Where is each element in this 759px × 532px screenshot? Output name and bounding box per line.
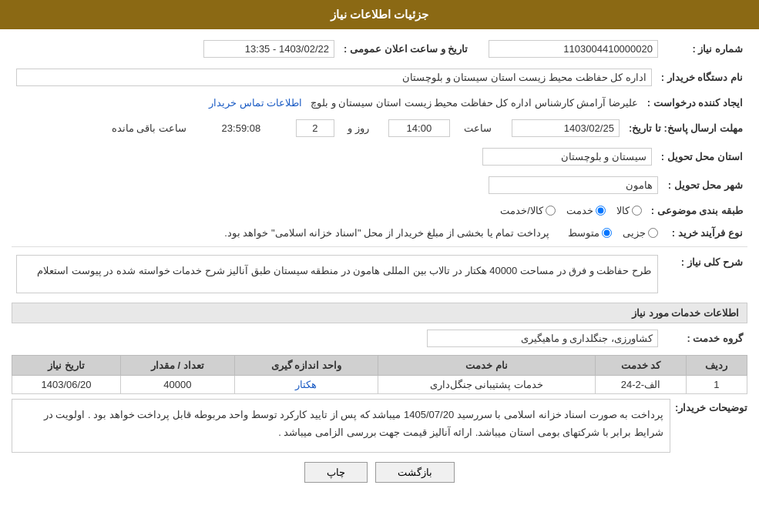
province-label: استان محل تحویل :: [657, 145, 747, 169]
row-service-name: خدمات پشتیبانی جنگل‌داری: [378, 376, 595, 394]
category-row: طبقه بندی موضوعی : کالا خدمت: [12, 202, 747, 219]
response-days-label: روز و: [339, 116, 378, 140]
print-button[interactable]: چاپ: [304, 462, 368, 483]
category-kala-khadamat-label: کالا/خدمت: [500, 205, 543, 216]
city-label: شهر محل تحویل :: [663, 173, 747, 197]
col-code: کد خدمت: [595, 356, 686, 376]
main-content: شماره نیاز : 1103004410000020 تاریخ و سا…: [0, 29, 759, 497]
response-time-label: ساعت: [455, 116, 501, 140]
creator-value: علیرضا آرامش کارشناس اداره کل حفاظت محیط…: [311, 97, 638, 109]
process-radio-group: جزیی متوسط پرداخت تمام یا بخشی از مبلغ خ…: [16, 227, 658, 239]
process-row: نوع فرآیند خرید : جزیی متوسط پرداخت تمام…: [12, 224, 747, 242]
city-row: شهر محل تحویل : هامون: [12, 173, 747, 197]
date-value: 1403/02/22 - 13:35: [203, 40, 334, 58]
radio-motavasset[interactable]: متوسط: [568, 227, 612, 239]
row-unit: هکتار: [234, 376, 378, 394]
radio-kala[interactable]: کالا: [616, 205, 642, 216]
row-number: 1: [686, 376, 747, 394]
need-number-label: شماره نیاز :: [663, 37, 747, 61]
col-unit: واحد اندازه گیری: [234, 356, 378, 376]
process-desc: پرداخت تمام یا بخشی از مبلغ خریدار از مح…: [224, 227, 549, 239]
purchaser-label: نام دستگاه خریدار :: [657, 65, 747, 89]
action-buttons: بازگشت چاپ: [12, 462, 747, 483]
buyer-note-label: توضیحات خریدار:: [675, 399, 747, 413]
need-number-value: 1103004410000020: [489, 40, 658, 58]
page-title: جزئیات اطلاعات نیاز: [331, 8, 428, 21]
table-row: 1 الف-2-24 خدمات پشتیبانی جنگل‌داری هکتا…: [12, 376, 747, 394]
buyer-note-section: توضیحات خریدار: پرداخت به صورت اسناد خزا…: [12, 399, 747, 453]
city-value: هامون: [489, 176, 658, 194]
col-name: نام خدمت: [378, 356, 595, 376]
purchaser-value: اداره کل حفاظت محیط زیست استان سیستان و …: [16, 69, 652, 86]
service-group-value: کشاورزی، جنگلداری و ماهیگیری: [427, 330, 658, 347]
process-motavasset-label: متوسط: [568, 227, 599, 239]
description-row: شرح کلی نیاز : طرح حفاظت و فرق در مساحت …: [12, 252, 747, 296]
category-radio-group: کالا خدمت کالا/خدمت: [16, 205, 642, 216]
category-khadamat-label: خدمت: [566, 205, 593, 216]
purchaser-row: نام دستگاه خریدار : اداره کل حفاظت محیط …: [12, 65, 747, 89]
radio-kala-khadamat[interactable]: کالا/خدمت: [500, 205, 556, 216]
service-group-label: گروه خدمت :: [663, 326, 747, 350]
category-kala-label: کالا: [616, 205, 630, 216]
response-days-value: 2: [296, 119, 334, 137]
creator-row: ایجاد کننده درخواست : علیرضا آرامش کارشن…: [12, 94, 747, 112]
response-date-label: مهلت ارسال پاسخ: تا تاریخ:: [624, 116, 747, 140]
row-qty: 40000: [121, 376, 235, 394]
process-jozvi-label: جزیی: [623, 227, 646, 239]
response-date-value: 1403/02/25: [512, 119, 620, 137]
services-section-title: اطلاعات خدمات مورد نیاز: [12, 303, 747, 323]
col-date: تاریخ نیاز: [12, 356, 121, 376]
need-number-row: شماره نیاز : 1103004410000020 تاریخ و سا…: [12, 37, 747, 61]
creator-label: ایجاد کننده درخواست :: [643, 94, 747, 112]
response-date-row: مهلت ارسال پاسخ: تا تاریخ: 1403/02/25 سا…: [12, 116, 747, 140]
col-qty: تعداد / مقدار: [121, 356, 235, 376]
radio-khadamat[interactable]: خدمت: [566, 205, 606, 216]
category-label: طبقه بندی موضوعی :: [646, 202, 747, 219]
row-code: الف-2-24: [595, 376, 686, 394]
province-value: سیستان و بلوچستان: [482, 148, 652, 166]
response-time-value: 14:00: [388, 119, 450, 137]
page-container: جزئیات اطلاعات نیاز شماره نیاز : 1103004…: [0, 0, 759, 532]
buyer-note-text: پرداخت به صورت اسناد خزانه اسلامی با سرر…: [12, 399, 670, 453]
services-table: ردیف کد خدمت نام خدمت واحد اندازه گیری ت…: [12, 355, 747, 394]
description-text: طرح حفاظت و فرق در مساحت 40000 هکتار در …: [16, 255, 658, 293]
service-group-row: گروه خدمت : کشاورزی، جنگلداری و ماهیگیری: [12, 326, 747, 350]
remaining-label: ساعت باقی مانده: [12, 116, 191, 140]
row-date: 1403/06/20: [12, 376, 121, 394]
remaining-value: 23:59:08: [191, 116, 291, 140]
process-label: نوع فرآیند خرید :: [663, 224, 747, 242]
description-label: شرح کلی نیاز :: [663, 252, 747, 296]
col-row: ردیف: [686, 356, 747, 376]
divider: [12, 246, 747, 247]
back-button[interactable]: بازگشت: [375, 462, 455, 483]
province-row: استان محل تحویل : سیستان و بلوچستان: [12, 145, 747, 169]
date-label: تاریخ و ساعت اعلان عمومی :: [339, 37, 478, 61]
radio-jozvi[interactable]: جزیی: [623, 227, 658, 239]
page-header: جزئیات اطلاعات نیاز: [0, 0, 759, 29]
contact-link[interactable]: اطلاعات تماس خریدار: [209, 97, 302, 109]
